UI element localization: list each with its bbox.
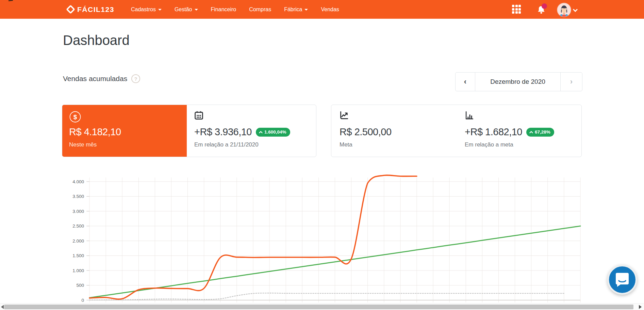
notifications-button[interactable]	[536, 5, 546, 15]
brand-name: FÁCIL123	[77, 5, 114, 14]
avatar-woman-icon	[557, 3, 571, 17]
svg-text:1.500: 1.500	[72, 253, 84, 258]
chat-bubble-icon	[615, 272, 629, 288]
nav-item-cadastros[interactable]: Cadastros	[131, 6, 162, 13]
navbar: FÁCIL123 Cadastros Gestão Financeiro Com…	[0, 0, 644, 19]
svg-text:2.500: 2.500	[72, 223, 84, 229]
svg-text:0: 0	[81, 298, 84, 303]
scroll-right-arrow[interactable]	[639, 305, 642, 309]
svg-text:3.000: 3.000	[72, 209, 84, 214]
nav-item-gestao[interactable]: Gestão	[175, 6, 198, 13]
nav-item-label: Cadastros	[131, 6, 156, 13]
horizontal-scrollbar[interactable]	[0, 303, 644, 310]
caret-down-icon	[195, 9, 198, 11]
nav-item-label: Fábrica	[284, 6, 302, 13]
svg-text:1.000: 1.000	[72, 268, 84, 273]
sales-line-chart[interactable]: 05001.0001.5002.0002.5003.0003.5004.000	[0, 0, 644, 303]
nav-item-label: Financeiro	[211, 6, 236, 13]
nav-item-fabrica[interactable]: Fábrica	[284, 6, 308, 13]
scrollbar-thumb[interactable]	[4, 305, 633, 309]
apps-grid-icon[interactable]	[512, 5, 521, 14]
svg-text:500: 500	[76, 283, 84, 288]
svg-text:3.500: 3.500	[72, 194, 84, 199]
caret-down-icon	[158, 9, 162, 11]
caret-down-icon	[304, 9, 308, 11]
user-avatar[interactable]	[557, 3, 571, 17]
nav-item-label: Vendas	[321, 6, 339, 13]
chat-widget-button[interactable]	[607, 265, 637, 295]
scroll-left-arrow[interactable]	[1, 305, 4, 309]
brand-logo[interactable]: FÁCIL123	[67, 0, 114, 19]
nav-item-label: Gestão	[175, 6, 192, 13]
nav-item-compras[interactable]: Compras	[249, 6, 271, 13]
nav-item-label: Compras	[249, 6, 271, 13]
nav-item-financeiro[interactable]: Financeiro	[211, 6, 236, 13]
svg-text:2.000: 2.000	[72, 238, 84, 244]
nav-item-vendas[interactable]: Vendas	[321, 6, 339, 13]
chevron-down-icon[interactable]	[573, 7, 578, 12]
notification-dot	[542, 3, 547, 9]
brand-diamond-icon	[66, 5, 75, 14]
svg-text:4.000: 4.000	[72, 179, 84, 184]
nav-menu: Cadastros Gestão Financeiro Compras Fábr…	[131, 0, 339, 19]
